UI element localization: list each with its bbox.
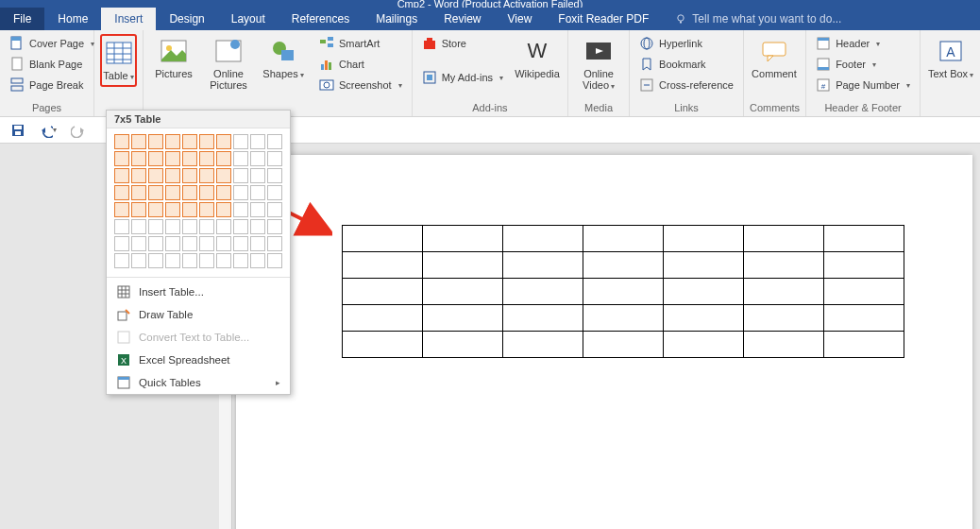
header-button[interactable]: Header▾ (812, 34, 914, 53)
cover-page-button[interactable]: Cover Page▾ (6, 34, 98, 53)
table-cell[interactable] (343, 305, 423, 332)
grid-cell[interactable] (250, 134, 265, 149)
grid-cell[interactable] (199, 236, 214, 251)
save-button[interactable] (9, 122, 26, 139)
blank-page-button[interactable]: Blank Page (6, 55, 98, 74)
table-cell[interactable] (423, 305, 503, 332)
grid-cell[interactable] (233, 168, 248, 183)
grid-cell[interactable] (148, 202, 163, 217)
grid-cell[interactable] (114, 134, 129, 149)
grid-cell[interactable] (267, 185, 282, 200)
tab-design[interactable]: Design (156, 8, 217, 30)
quick-tables-menuitem[interactable]: Quick Tables ▸ (107, 371, 290, 394)
grid-cell[interactable] (182, 134, 197, 149)
grid-cell[interactable] (165, 236, 180, 251)
grid-cell[interactable] (114, 202, 129, 217)
grid-cell[interactable] (233, 185, 248, 200)
table-cell[interactable] (664, 305, 744, 332)
table-cell[interactable] (583, 279, 664, 305)
grid-cell[interactable] (148, 151, 163, 166)
grid-cell[interactable] (182, 151, 197, 166)
tab-references[interactable]: References (279, 8, 363, 30)
grid-cell[interactable] (148, 236, 163, 251)
grid-cell[interactable] (114, 219, 129, 234)
screenshot-button[interactable]: Screenshot▾ (315, 76, 406, 94)
grid-cell[interactable] (131, 134, 146, 149)
table-cell[interactable] (664, 332, 744, 358)
bookmark-button[interactable]: Bookmark (635, 55, 737, 74)
excel-spreadsheet-menuitem[interactable]: X Excel Spreadsheet (107, 349, 290, 371)
table-cell[interactable] (583, 305, 664, 332)
grid-cell[interactable] (267, 236, 282, 251)
table-cell[interactable] (423, 332, 503, 358)
redo-button[interactable] (70, 122, 87, 139)
store-button[interactable]: Store (418, 34, 507, 53)
grid-cell[interactable] (250, 168, 265, 183)
table-cell[interactable] (824, 305, 904, 332)
table-cell[interactable] (343, 252, 423, 279)
table-button[interactable]: Table (100, 34, 137, 87)
grid-cell[interactable] (216, 168, 231, 183)
comment-button[interactable]: Comment (750, 34, 799, 79)
table-cell[interactable] (423, 226, 503, 252)
grid-cell[interactable] (250, 202, 265, 217)
grid-cell[interactable] (216, 219, 231, 234)
tab-foxit[interactable]: Foxit Reader PDF (545, 8, 662, 30)
tab-review[interactable]: Review (431, 8, 494, 30)
draw-table-menuitem[interactable]: Draw Table (107, 303, 290, 326)
grid-cell[interactable] (148, 253, 163, 268)
grid-cell[interactable] (114, 236, 129, 251)
grid-cell[interactable] (199, 168, 214, 183)
hyperlink-button[interactable]: Hyperlink (635, 34, 737, 53)
footer-button[interactable]: Footer▾ (812, 55, 914, 74)
grid-cell[interactable] (233, 151, 248, 166)
grid-cell[interactable] (250, 253, 265, 268)
grid-cell[interactable] (182, 236, 197, 251)
table-cell[interactable] (744, 332, 824, 358)
online-video-button[interactable]: Online Video (574, 34, 623, 93)
grid-cell[interactable] (216, 202, 231, 217)
grid-cell[interactable] (233, 134, 248, 149)
table-size-grid[interactable] (107, 128, 290, 274)
grid-cell[interactable] (216, 134, 231, 149)
table-cell[interactable] (423, 279, 503, 305)
grid-cell[interactable] (216, 253, 231, 268)
undo-button[interactable]: ▾ (40, 122, 57, 139)
grid-cell[interactable] (233, 219, 248, 234)
grid-cell[interactable] (114, 185, 129, 200)
page-break-button[interactable]: Page Break (6, 76, 98, 94)
text-box-button[interactable]: A Text Box (926, 34, 975, 81)
grid-cell[interactable] (250, 236, 265, 251)
grid-cell[interactable] (182, 185, 197, 200)
chart-button[interactable]: Chart (315, 55, 406, 74)
grid-cell[interactable] (131, 219, 146, 234)
grid-cell[interactable] (267, 151, 282, 166)
online-pictures-button[interactable]: Online Pictures (204, 34, 253, 91)
table-cell[interactable] (824, 226, 904, 252)
table-cell[interactable] (503, 279, 583, 305)
table-cell[interactable] (503, 305, 583, 332)
table-cell[interactable] (744, 252, 824, 279)
grid-cell[interactable] (148, 219, 163, 234)
grid-cell[interactable] (267, 219, 282, 234)
table-cell[interactable] (423, 252, 503, 279)
grid-cell[interactable] (199, 134, 214, 149)
grid-cell[interactable] (199, 219, 214, 234)
grid-cell[interactable] (131, 202, 146, 217)
table-cell[interactable] (824, 332, 904, 358)
wikipedia-button[interactable]: W Wikipedia (513, 34, 562, 79)
grid-cell[interactable] (250, 185, 265, 200)
grid-cell[interactable] (267, 168, 282, 183)
table-cell[interactable] (503, 252, 583, 279)
grid-cell[interactable] (165, 134, 180, 149)
table-cell[interactable] (744, 305, 824, 332)
table-cell[interactable] (503, 332, 583, 358)
table-cell[interactable] (503, 226, 583, 252)
pictures-button[interactable]: Pictures (149, 34, 198, 79)
grid-cell[interactable] (165, 185, 180, 200)
grid-cell[interactable] (199, 151, 214, 166)
tab-home[interactable]: Home (44, 8, 101, 30)
table-cell[interactable] (583, 252, 664, 279)
grid-cell[interactable] (165, 219, 180, 234)
grid-cell[interactable] (148, 185, 163, 200)
